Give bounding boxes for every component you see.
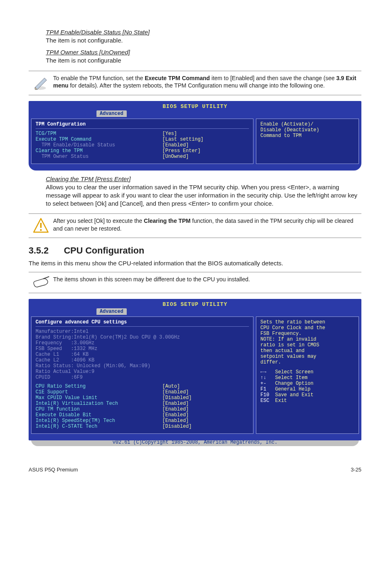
- bios-setting-row: CPU TM function[Enabled]: [36, 406, 249, 412]
- note-text-bold: Clearing the TPM: [144, 218, 191, 224]
- note-enable-tpm: To enable the TPM function, set the Exec…: [53, 74, 361, 90]
- section-number: 3.5.2: [29, 245, 61, 256]
- cpu-conf-intro: The items in this menu show the CPU-rela…: [29, 259, 361, 267]
- bios-title: BIOS SETUP UTILITY: [31, 103, 359, 110]
- bios-setting-row: Max CPUID Value Limit[Disabled]: [36, 395, 249, 401]
- bios-setting-label: CPU Ratio Setting: [36, 384, 162, 389]
- bios-panel-tpm: BIOS SETUP UTILITY Advanced TPM Configur…: [29, 101, 361, 171]
- bios-row-value: [UnOwned]: [162, 154, 189, 159]
- bios-key: ←→: [260, 369, 275, 375]
- bios-row: Clearing the TPM[Press Enter]: [36, 148, 249, 154]
- bios-key-hint: ↑↓Select Item: [260, 375, 354, 381]
- bios-row: TPM Enable/Disable Status[Enabled]: [36, 142, 249, 148]
- bios-setting-label: Intel(R) SpeedStep(TM) Tech: [36, 418, 162, 424]
- note-clearing: After you select [Ok] to execute the Cle…: [53, 217, 361, 233]
- svg-line-6: [43, 276, 49, 279]
- bios-setting-label: C1E Support: [36, 389, 162, 395]
- bios-row: TCG/TPM[Yes]: [36, 131, 249, 137]
- page-footer-left: ASUS P5Q Premium: [29, 467, 78, 473]
- bios-row: TPM Owner Status[UnOwned]: [36, 154, 249, 159]
- bios-setting-value: [Auto]: [162, 384, 180, 389]
- bios-key-text: Select Item: [275, 375, 307, 381]
- bios-key-text: Change Option: [275, 381, 314, 386]
- bios-setting-value: [Enabled]: [162, 418, 189, 424]
- bios-tab-advanced: Advanced: [96, 308, 127, 315]
- bios-setting-value: [Disabled]: [162, 395, 192, 401]
- bios-key: F10: [260, 392, 275, 398]
- bios-key-text: Save and Exit: [275, 392, 314, 398]
- bios-setting-value: [Disabled]: [162, 424, 192, 429]
- bios-key: ↑↓: [260, 375, 275, 381]
- bios-info-block: Manufacturer:Intel Brand String:Intel(R)…: [36, 329, 249, 380]
- bios-row-label: Execute TPM Command: [36, 137, 162, 142]
- bios-setting-row: Intel(R) SpeedStep(TM) Tech[Enabled]: [36, 418, 249, 424]
- tpm-enable-heading: TPM Enable/Disable Status [No State]: [46, 29, 361, 36]
- bios-key-hint: ESCExit: [260, 398, 354, 404]
- section-title: CPU Configuration: [64, 245, 144, 256]
- bios-key-hint: +-Change Option: [260, 381, 354, 386]
- svg-rect-4: [40, 223, 42, 228]
- bios-key-hint: ←→Select Screen: [260, 369, 354, 375]
- bios-setting-label: Max CPUID Value Limit: [36, 395, 162, 401]
- note-text-bold: Execute TPM Command: [145, 75, 210, 81]
- bios-left-header: TPM Configuration: [36, 121, 249, 129]
- bios-title: BIOS SETUP UTILITY: [31, 301, 359, 307]
- bios-key: F1: [260, 386, 275, 392]
- bios-row-value: [Last setting]: [162, 137, 204, 142]
- bios-help-text: Sets the ratio between CPU Core Clock an…: [260, 319, 354, 365]
- bios-key-hint: F1General Help: [260, 386, 354, 392]
- note-cpu: The items shown in this screen may be di…: [53, 276, 250, 283]
- bios-setting-label: Intel(R) Virtualization Tech: [36, 401, 162, 406]
- note-text-part: To enable the TPM function, set the: [53, 75, 145, 81]
- bios-setting-row: CPU Ratio Setting[Auto]: [36, 384, 249, 389]
- page-footer-right: 3-25: [351, 467, 361, 473]
- bios-key: +-: [260, 381, 275, 386]
- bios-key: ESC: [260, 398, 275, 404]
- note-text-part: item to [Enabled] and then save the chan…: [211, 75, 336, 81]
- bios-row: Execute TPM Command[Last setting]: [36, 137, 249, 142]
- tpm-enable-text: The item is not configurable.: [46, 36, 361, 45]
- bios-setting-value: [Enabled]: [162, 389, 189, 395]
- note-pencil-icon: [29, 74, 53, 92]
- note-text-part: After you select [Ok] to execute the: [53, 218, 144, 224]
- bios-key-hint: F10Save and Exit: [260, 392, 354, 398]
- bios-setting-label: CPU TM function: [36, 406, 162, 412]
- tpm-owner-heading: TPM Owner Status [UnOwned]: [46, 49, 361, 56]
- bios-row-value: [Yes]: [162, 131, 177, 137]
- bios-help-text: Enable (Activate)/ Disable (Deactivate) …: [260, 121, 354, 139]
- clearing-tpm-heading: Clearing the TPM [Press Enter]: [46, 175, 361, 182]
- bios-setting-value: [Enabled]: [162, 401, 189, 406]
- bios-key-text: General Help: [275, 386, 310, 392]
- bios-row-value: [Press Enter]: [162, 148, 201, 154]
- bios-key-text: Select Screen: [275, 369, 314, 375]
- bios-setting-value: [Enabled]: [162, 412, 189, 418]
- warning-icon: [29, 217, 53, 234]
- bios-setting-row: C1E Support[Enabled]: [36, 389, 249, 395]
- bios-row-label: TPM Enable/Disable Status: [36, 142, 162, 148]
- bios-setting-row: Intel(R) Virtualization Tech[Enabled]: [36, 401, 249, 406]
- bios-left-header: Configure advanced CPU settings: [36, 319, 249, 327]
- hand-pointer-icon: [29, 276, 53, 290]
- bios-row-label: TPM Owner Status: [36, 154, 162, 159]
- svg-point-5: [40, 229, 42, 231]
- bios-row-label: TCG/TPM: [36, 131, 162, 137]
- bios-setting-label: Execute Disable Bit: [36, 412, 162, 418]
- tpm-owner-text: The item is not configurable: [46, 56, 361, 65]
- bios-row-label: Clearing the TPM: [36, 148, 162, 154]
- note-text-part: for details). After the system reboots, …: [70, 82, 325, 89]
- bios-setting-row: Intel(R) C-STATE Tech[Disabled]: [36, 424, 249, 429]
- section-cpu-conf-heading: 3.5.2 CPU Configuration: [29, 245, 361, 256]
- bios-row-value: [Enabled]: [162, 142, 189, 148]
- bios-setting-value: [Enabled]: [162, 406, 189, 412]
- bios-tab-advanced: Advanced: [96, 110, 127, 117]
- bios-setting-row: Execute Disable Bit[Enabled]: [36, 412, 249, 418]
- bios-setting-label: Intel(R) C-STATE Tech: [36, 424, 162, 429]
- bios-key-text: Exit: [275, 398, 287, 404]
- clearing-tpm-text: Allows you to clear the user information…: [46, 183, 361, 208]
- bios-panel-cpu: BIOS SETUP UTILITY Advanced Configure ad…: [29, 299, 361, 440]
